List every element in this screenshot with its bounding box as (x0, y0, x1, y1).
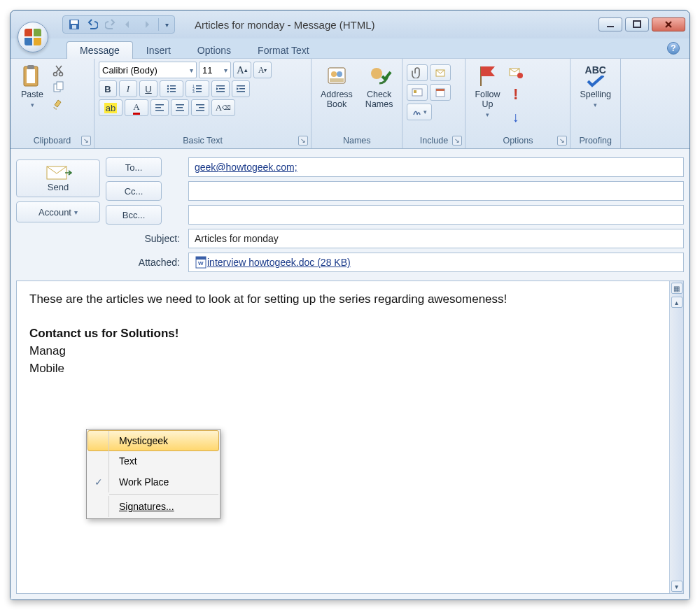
svg-point-8 (54, 73, 57, 76)
to-button[interactable]: To... (106, 157, 162, 177)
svg-rect-29 (237, 91, 245, 92)
spelling-button[interactable]: ABC Spelling ▾ (575, 62, 615, 111)
clipboard-dialog-launcher[interactable]: ↘ (81, 136, 91, 146)
format-painter-icon[interactable] (52, 98, 66, 111)
help-icon[interactable]: ? (667, 42, 680, 55)
increase-indent-button[interactable] (232, 80, 250, 97)
scroll-down-icon[interactable]: ▾ (671, 581, 682, 592)
business-card-icon[interactable] (407, 84, 428, 101)
previous-icon[interactable] (120, 17, 137, 32)
svg-rect-13 (170, 85, 176, 87)
permission-icon[interactable] (508, 66, 524, 80)
attachment-link[interactable]: interview howtogeek.doc (28 KB) (207, 257, 351, 268)
next-icon[interactable] (139, 17, 155, 32)
svg-rect-6 (27, 69, 35, 83)
svg-rect-3 (607, 26, 614, 27)
cc-button[interactable]: Cc... (106, 181, 162, 201)
subject-label: Subject: (106, 233, 183, 244)
align-right-button[interactable] (191, 99, 209, 116)
tab-formattext[interactable]: Format Text (244, 41, 323, 59)
redo-icon[interactable] (102, 17, 119, 32)
account-button[interactable]: Account▾ (16, 201, 100, 222)
svg-rect-7 (27, 65, 34, 69)
follow-up-label: Follow Up (475, 90, 500, 110)
menu-item-text[interactable]: Text (88, 451, 218, 471)
svg-point-40 (331, 71, 337, 77)
close-button[interactable] (652, 17, 685, 31)
outlook-message-window: ▾ Articles for monday - Message (HTML) M… (10, 10, 690, 600)
numbering-button[interactable]: 123 (186, 80, 209, 97)
menu-blank-icon (88, 451, 109, 471)
cut-icon[interactable] (52, 64, 66, 77)
cc-field[interactable] (188, 181, 684, 201)
compose-area: Send Account▾ To... geek@howtogeek.com; … (10, 149, 690, 600)
bcc-field[interactable] (188, 205, 684, 225)
fontsize-combo[interactable]: 11▾ (199, 62, 231, 78)
copy-icon[interactable] (52, 81, 66, 94)
maximize-button[interactable] (625, 17, 649, 31)
scroll-up-icon[interactable]: ▴ (671, 297, 682, 308)
svg-rect-4 (634, 21, 640, 27)
svg-rect-32 (155, 110, 164, 111)
bold-button[interactable]: B (99, 80, 117, 97)
highlight-button[interactable]: ab (99, 99, 122, 116)
to-field[interactable]: geek@howtogeek.com; (188, 157, 684, 177)
follow-up-button[interactable]: Follow Up ▾ (470, 62, 505, 120)
underline-button[interactable]: U (139, 80, 158, 97)
shrink-font-icon[interactable]: A▾ (253, 62, 272, 78)
svg-rect-53 (196, 257, 206, 260)
ribbon-tabs: Message Insert Options Format Text ? (10, 38, 690, 58)
options-dialog-launcher[interactable]: ↘ (557, 136, 567, 146)
svg-rect-30 (155, 104, 164, 106)
save-icon[interactable] (66, 17, 83, 32)
clear-formatting-button[interactable]: A⌫ (211, 99, 235, 116)
group-options: Follow Up ▾ ! ↓ Options ↘ (465, 59, 570, 148)
svg-rect-19 (196, 85, 202, 87)
check-names-button[interactable]: Check Names (360, 62, 398, 112)
include-dialog-launcher[interactable]: ↘ (452, 136, 462, 146)
high-importance-icon[interactable]: ! (508, 85, 524, 104)
font-combo[interactable]: Calibri (Body)▾ (99, 62, 197, 78)
address-book-button[interactable]: Address Book (316, 62, 358, 112)
align-left-button[interactable] (150, 99, 169, 116)
attached-label: Attached: (106, 257, 183, 268)
grow-font-icon[interactable]: A▴ (233, 62, 251, 78)
envelope-icon (44, 165, 72, 180)
undo-icon[interactable] (84, 17, 101, 32)
signature-icon[interactable]: ▾ (407, 104, 432, 120)
basictext-dialog-launcher[interactable]: ↘ (298, 136, 308, 146)
tab-insert[interactable]: Insert (133, 41, 184, 59)
font-color-button[interactable]: A (125, 99, 148, 116)
bullets-button[interactable] (160, 80, 183, 97)
calendar-icon[interactable] (430, 84, 451, 101)
menu-item-work-place[interactable]: ✓ Work Place (88, 471, 218, 492)
attach-file-icon[interactable] (407, 64, 428, 81)
align-center-button[interactable] (171, 99, 189, 116)
svg-rect-35 (176, 110, 184, 111)
tab-message[interactable]: Message (66, 41, 133, 59)
svg-rect-31 (155, 107, 161, 108)
attach-item-icon[interactable] (430, 64, 451, 81)
svg-point-41 (337, 71, 342, 77)
checkmark-icon: ✓ (88, 471, 109, 492)
bcc-button[interactable]: Bcc... (106, 205, 162, 225)
group-include: ▾ Include ↘ (402, 59, 465, 148)
attached-field[interactable]: W interview howtogeek.doc (28 KB) (188, 253, 684, 272)
send-button[interactable]: Send (16, 159, 100, 197)
subject-field[interactable]: Articles for monday (188, 229, 684, 248)
decrease-indent-button[interactable] (211, 80, 230, 97)
group-names-label: Names (316, 134, 398, 147)
minimize-button[interactable] (598, 17, 622, 31)
low-importance-icon[interactable]: ↓ (508, 109, 524, 125)
italic-button[interactable]: I (119, 80, 137, 97)
qat-customize-icon[interactable]: ▾ (162, 17, 172, 32)
svg-rect-37 (199, 107, 204, 108)
svg-rect-27 (237, 85, 245, 87)
tab-options[interactable]: Options (184, 41, 244, 59)
vertical-scrollbar[interactable]: ▦ ▴ ▾ (669, 281, 683, 593)
paste-button[interactable]: Paste ▾ (15, 62, 50, 111)
ruler-toggle-icon[interactable]: ▦ (671, 283, 682, 294)
menu-item-signatures[interactable]: Signatures... (88, 496, 218, 517)
menu-item-mysticgeek[interactable]: Mysticgeek (88, 430, 219, 451)
check-names-label: Check Names (365, 90, 393, 110)
